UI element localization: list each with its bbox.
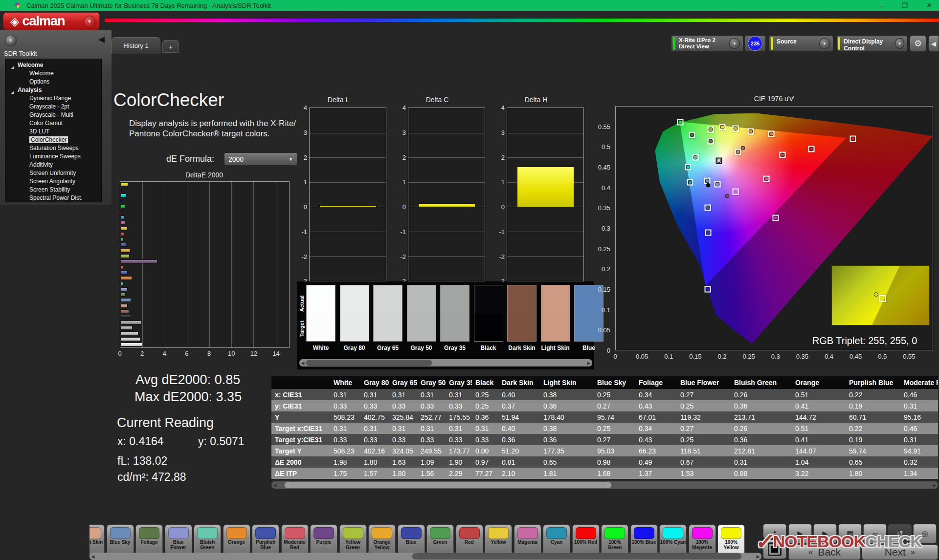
display-control-dropdown-chevron-icon[interactable]: ▼ [895,38,904,49]
patch-button-purplish-blue[interactable]: Purplish Blue [252,524,279,557]
patch-button-foliage[interactable]: Foliage [135,524,163,557]
table-cell: 1.56 [417,468,446,479]
add-tab-button[interactable]: + [162,40,179,53]
swatch-actual [340,285,369,313]
patch-button-yellow[interactable]: Yellow [485,524,512,557]
display-control-dropdown[interactable]: Direct Display Control ▼ [836,35,908,52]
swatch-strip-scrollbar[interactable]: ◀ ▶ [299,359,592,366]
swatch-target [374,313,402,341]
scroll-right-icon[interactable]: ▶ [755,554,761,559]
sidebar-item-grayscale-multi[interactable]: Grayscale - Multi [5,111,101,119]
sidebar-item-colorchecker[interactable]: ColorChecker [5,136,101,144]
scroll-right-icon[interactable]: ▶ [931,483,938,488]
table-cell: 77.27 [472,468,498,479]
sidebar-item-screen-angularity[interactable]: Screen Angularity [5,177,101,186]
cie-measured-dot [690,133,694,137]
sidebar-item-welcome[interactable]: ◢Welcome [5,61,101,69]
sidebar-item-spectral-power-dist[interactable]: Spectral Power Dist. [5,194,101,202]
swatch-label: Gray 35 [436,345,473,351]
patch-bar-scrollbar[interactable]: ◀ ▶ [89,553,761,560]
back-button[interactable]: « Back [788,544,861,560]
patch-button-yellow-green[interactable]: Yellow Green [339,524,367,557]
patch-button-100-cyan[interactable]: 100% Cyan [659,524,687,557]
transport-mini-button-5[interactable]: ↺ [888,524,912,543]
sidebar-item-3d-lut[interactable]: 3D LUT [5,128,101,136]
patch-button-100-green[interactable]: 100% Green [601,524,628,557]
table-cell: 1.80 [389,468,417,479]
settings-gear-button[interactable]: ⚙ [910,35,926,52]
transport-mini-button-4[interactable]: ∞ [863,524,887,543]
scroll-left-icon[interactable]: ◀ [299,361,306,366]
meter-count-box: 235 [744,35,766,52]
patch-button-label: Blue Flower [165,540,192,550]
sidebar-item-analysis[interactable]: ◢Analysis [5,86,101,94]
sidebar-item-dynamic-range[interactable]: Dynamic Range [5,94,101,103]
patch-button-light-skin[interactable]: Light Skin [89,524,105,557]
sidebar-item-options[interactable]: Options [5,78,101,86]
meter-dropdown-chevron-icon[interactable]: ▼ [729,38,740,49]
cie-measured-dot [686,165,691,169]
calman-menu-chevron-icon[interactable]: ▼ [84,16,95,27]
collapse-up-button[interactable]: ▲ [763,524,786,538]
column-header-orange: Orange [792,376,846,389]
patch-button-blue[interactable]: Blue [398,524,425,557]
patch-button-orange[interactable]: Orange [223,524,250,557]
axis-tick-label: 0.55 [598,123,610,130]
tab-history-1[interactable]: History 1 [112,37,160,54]
sidebar-item-saturation-sweeps[interactable]: Saturation Sweeps [5,144,101,152]
source-dropdown[interactable]: Source ▼ [769,35,833,52]
sidebar-item-luminance-sweeps[interactable]: Luminance Sweeps [5,152,101,161]
axis-tick-label: 0.55 [903,353,915,360]
transport-mini-button-2[interactable]: ▶ [813,524,837,543]
axis-tick-label: 3 [501,129,505,136]
patch-button-moderate-red[interactable]: Moderate Red [281,524,309,557]
table-cell: 0.67 [677,456,731,468]
axis-tick-label: -1 [301,228,307,235]
table-scrollbar[interactable]: ◀ ▶ [271,481,938,489]
patch-button-blue-sky[interactable]: Blue Sky [107,524,134,557]
panel-collapse-button[interactable]: ◀ [928,35,939,52]
transport-mini-button-3[interactable]: ▦ [838,524,862,543]
scroll-left-icon[interactable]: ◀ [271,483,278,488]
de-formula-select[interactable]: 2000 ▼ [224,152,297,166]
table-cell: 144.07 [792,445,846,456]
patch-button-100-magenta[interactable]: 100% Magenta [689,524,716,557]
patch-button-magenta[interactable]: Magenta [514,524,541,557]
patch-button-purple[interactable]: Purple [310,524,337,557]
patch-button-100-yellow[interactable]: 100% Yellow [717,524,745,557]
patch-button-cyan[interactable]: Cyan [543,524,570,557]
patch-button-orange-yellow[interactable]: Orange Yellow [368,524,396,557]
transport-mini-button-6[interactable]: ◎ [913,524,937,543]
scroll-left-icon[interactable]: ◀ [89,554,96,559]
calman-menu-button[interactable]: ◈ calman ▼ [3,12,100,30]
source-dropdown-chevron-icon[interactable]: ▼ [819,38,830,49]
sidebar-item-welcome[interactable]: Welcome [5,69,101,78]
patch-button-bluish-green[interactable]: Bluish Green [194,524,221,557]
sidebar-item-screen-stability[interactable]: Screen Stability [5,186,101,194]
minimize-button[interactable]: – [879,0,883,11]
sidebar-item-color-gamut[interactable]: Color Gamut [5,119,101,128]
patch-button-blue-flower[interactable]: Blue Flower [165,524,192,557]
sidebar-orb-button[interactable] [5,35,17,46]
sidebar-item-grayscale-2pt[interactable]: Grayscale - 2pt [5,103,101,111]
restore-button[interactable]: ❐ [902,0,908,11]
table-cell: 402.75 [360,411,389,423]
scroll-right-icon[interactable]: ▶ [585,361,592,366]
sidebar-item-additivity[interactable]: Additivity [5,161,101,169]
patch-button-green[interactable]: Green [426,524,454,557]
sidebar-item-screen-uniformity[interactable]: Screen Uniformity [5,169,101,177]
close-button[interactable]: ✕ [926,0,932,11]
table-cell: 0.36 [472,411,498,423]
cie-measured-dot [706,205,710,210]
patch-button-100-red[interactable]: 100% Red [572,524,600,557]
sidebar-collapse-icon[interactable]: ◀ [98,34,105,44]
transport-mini-button-1[interactable]: ▶ [788,524,812,543]
meter-dropdown[interactable]: X-Rite i1Pro 2 Direct View ▼ [671,35,743,52]
stop-button[interactable] [763,539,786,559]
display-control-status-stripe [838,37,840,50]
patch-button-red[interactable]: Red [456,524,483,557]
patch-button-100-blue[interactable]: 100% Blue [630,524,658,557]
table-cell: 2.10 [498,468,540,479]
table-cell: 0.36 [540,434,594,445]
next-button[interactable]: Next » [862,544,938,560]
